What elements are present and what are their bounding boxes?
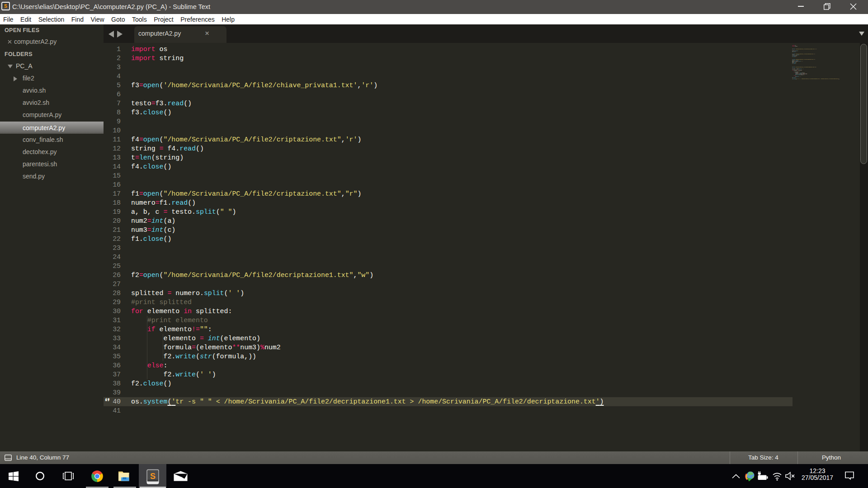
- svg-text:S: S: [4, 3, 7, 9]
- svg-text:S: S: [150, 472, 156, 481]
